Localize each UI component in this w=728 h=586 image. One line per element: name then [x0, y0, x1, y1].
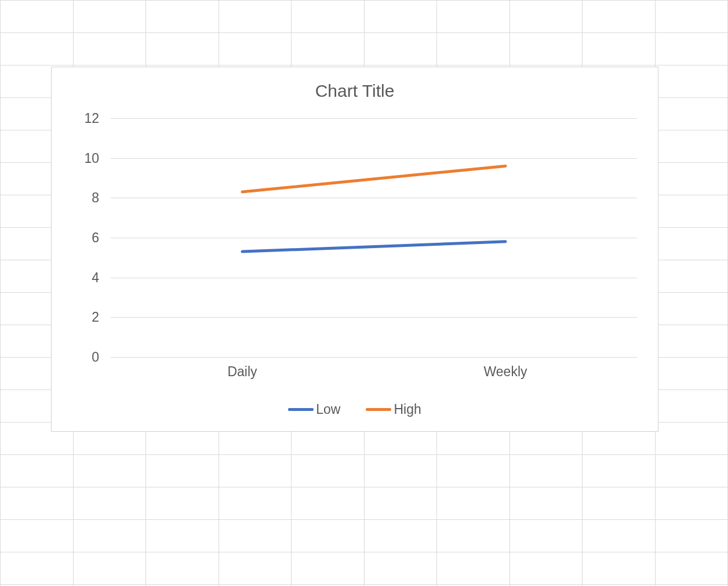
cell[interactable] [364, 455, 437, 487]
gridline [111, 238, 637, 238]
plot-inner [111, 118, 637, 357]
cell[interactable] [364, 520, 437, 552]
cell[interactable] [437, 1, 510, 33]
cell[interactable] [583, 1, 656, 33]
cell[interactable] [73, 1, 146, 33]
cell[interactable] [146, 520, 219, 552]
x-axis: DailyWeekly [111, 364, 635, 387]
cell[interactable] [73, 520, 146, 552]
cell[interactable] [219, 487, 292, 520]
cell[interactable] [1, 455, 74, 487]
legend[interactable]: LowHigh [52, 402, 658, 417]
cell[interactable] [364, 552, 437, 585]
cell[interactable] [583, 552, 656, 585]
cell[interactable] [437, 33, 510, 65]
cell[interactable] [219, 520, 292, 552]
gridline [111, 357, 637, 358]
cell[interactable] [292, 1, 365, 33]
gridline [111, 118, 637, 119]
legend-swatch-icon [288, 408, 314, 411]
cell[interactable] [655, 33, 728, 65]
cell[interactable] [509, 1, 583, 33]
cell[interactable] [146, 1, 219, 33]
cell[interactable] [73, 455, 146, 487]
gridline [111, 158, 637, 159]
cell[interactable] [509, 552, 583, 585]
cell[interactable] [655, 228, 728, 260]
cell[interactable] [437, 455, 510, 487]
legend-item-low[interactable]: Low [288, 402, 340, 417]
y-tick-label: 10 [70, 150, 99, 166]
cell[interactable] [437, 487, 510, 520]
cell[interactable] [509, 455, 583, 487]
cell[interactable] [437, 520, 510, 552]
x-tick-label: Daily [227, 364, 257, 380]
cell[interactable] [292, 487, 365, 520]
cell[interactable] [583, 487, 656, 520]
chart-object[interactable]: Chart Title 024681012 DailyWeekly LowHig… [51, 67, 658, 432]
cell[interactable] [655, 98, 728, 130]
cell[interactable] [655, 130, 728, 163]
cell[interactable] [509, 487, 583, 520]
cell[interactable] [655, 65, 728, 98]
legend-swatch-icon [366, 408, 391, 411]
cell[interactable] [655, 163, 728, 195]
cell[interactable] [292, 520, 365, 552]
cell[interactable] [1, 33, 74, 65]
y-tick-label: 8 [70, 190, 99, 206]
x-tick-label: Weekly [484, 364, 527, 380]
cell[interactable] [655, 455, 728, 487]
cell[interactable] [219, 552, 292, 585]
cell[interactable] [655, 325, 728, 358]
cell[interactable] [1, 1, 74, 33]
cell[interactable] [509, 33, 583, 65]
series-line-low[interactable] [242, 242, 505, 252]
cell[interactable] [73, 33, 146, 65]
cell[interactable] [364, 33, 437, 65]
cell[interactable] [219, 455, 292, 487]
legend-label: High [394, 402, 421, 417]
cell[interactable] [509, 520, 583, 552]
cell[interactable] [1, 520, 74, 552]
cell[interactable] [146, 552, 219, 585]
chart-title[interactable]: Chart Title [52, 67, 658, 101]
cell[interactable] [364, 1, 437, 33]
cell[interactable] [292, 455, 365, 487]
cell[interactable] [583, 520, 656, 552]
cell[interactable] [219, 33, 292, 65]
cell[interactable] [364, 487, 437, 520]
cell[interactable] [655, 390, 728, 423]
cell[interactable] [73, 552, 146, 585]
cell[interactable] [655, 487, 728, 520]
cell[interactable] [1, 552, 74, 585]
y-tick-label: 2 [70, 310, 99, 325]
gridline [111, 198, 637, 198]
cell[interactable] [437, 552, 510, 585]
cell[interactable] [655, 358, 728, 390]
plot-area[interactable]: 024681012 [69, 118, 643, 357]
cell[interactable] [655, 195, 728, 228]
cell[interactable] [655, 552, 728, 585]
gridline [111, 278, 637, 278]
legend-item-high[interactable]: High [366, 402, 421, 417]
cell[interactable] [292, 33, 365, 65]
cell[interactable] [146, 455, 219, 487]
series-line-high[interactable] [242, 166, 505, 192]
cell[interactable] [655, 520, 728, 552]
cell[interactable] [219, 1, 292, 33]
cell[interactable] [292, 552, 365, 585]
cell[interactable] [1, 487, 74, 520]
cell[interactable] [655, 293, 728, 325]
cell[interactable] [655, 260, 728, 293]
y-tick-label: 4 [70, 270, 99, 285]
cell[interactable] [655, 1, 728, 33]
y-tick-label: 6 [70, 230, 99, 246]
cell[interactable] [146, 33, 219, 65]
cell[interactable] [583, 455, 656, 487]
cell[interactable] [73, 487, 146, 520]
cell[interactable] [146, 487, 219, 520]
cell[interactable] [655, 423, 728, 455]
legend-label: Low [316, 402, 340, 417]
cell[interactable] [583, 33, 656, 65]
y-axis: 024681012 [69, 118, 104, 357]
